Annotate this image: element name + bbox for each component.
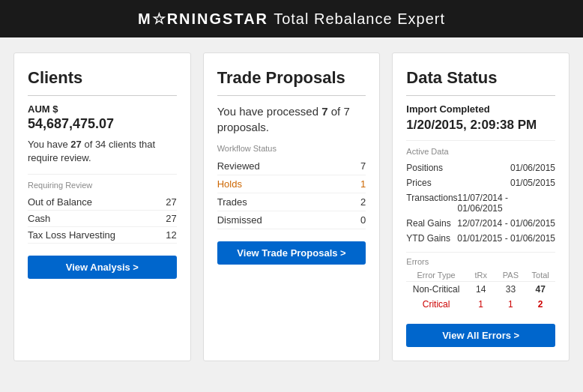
trade-row-holds: Holds 1: [217, 175, 366, 193]
client-row-out-of-balance: Out of Balance 27: [28, 194, 177, 211]
client-row-cash: Cash 27: [28, 211, 177, 227]
requiring-label: Requiring Review: [28, 174, 177, 190]
view-all-errors-button[interactable]: View All Errors >: [406, 324, 555, 347]
client-row-tax-loss: Tax Loss Harvesting 12: [28, 227, 177, 244]
error-trx: 1: [466, 299, 496, 310]
trade-row-value: 0: [360, 214, 366, 226]
errors-header-type: Error Type: [406, 271, 465, 280]
data-row-real-gains: Real Gains 12/07/2014 - 01/06/2015: [406, 216, 555, 231]
import-label: Import Completed: [406, 103, 555, 115]
data-row-prices: Prices 01/05/2015: [406, 175, 555, 190]
trade-row-value: 7: [360, 160, 366, 172]
errors-header-pas: PAS: [496, 271, 526, 280]
view-analysis-button[interactable]: View Analysis >: [28, 256, 177, 279]
error-type: Critical: [406, 299, 465, 310]
clients-description: You have 27 of 34 clients that require r…: [28, 138, 177, 165]
clients-card-title: Clients: [28, 68, 177, 96]
data-row-value: 01/05/2015: [510, 178, 555, 188]
data-row-label: Real Gains: [406, 218, 450, 229]
trade-row-label: Trades: [217, 196, 247, 208]
trade-proposals-card-title: Trade Proposals: [217, 68, 366, 96]
app-title: M☆RNINGSTAR Total Rebalance Expert: [138, 9, 445, 28]
trade-row-label: Reviewed: [217, 160, 260, 172]
error-total: 47: [525, 284, 555, 295]
trade-row-reviewed: Reviewed 7: [217, 157, 366, 175]
error-pas: 33: [496, 284, 526, 295]
client-row-value: 12: [166, 229, 176, 241]
data-row-value: 12/07/2014 - 01/06/2015: [457, 218, 555, 229]
error-type: Non-Critical: [406, 284, 465, 295]
trade-row-value: 2: [360, 196, 366, 208]
client-row-label: Cash: [28, 213, 50, 224]
data-row-ytd-gains: YTD Gains 01/01/2015 - 01/06/2015: [406, 231, 555, 246]
main-content: Clients AUM $ 54,687,475.07 You have 27 …: [0, 37, 583, 376]
data-row-label: Prices: [406, 178, 431, 188]
data-status-card-title: Data Status: [406, 68, 555, 96]
data-row-positions: Positions 01/06/2015: [406, 160, 555, 175]
view-trade-proposals-button[interactable]: View Trade Proposals >: [217, 241, 366, 265]
trade-processed-bold: 7: [321, 105, 327, 118]
client-row-value: 27: [166, 213, 176, 224]
aum-value: 54,687,475.07: [28, 116, 177, 132]
trade-proposals-card: Trade Proposals You have processed 7 of …: [203, 52, 381, 361]
active-data-label: Active Data: [406, 140, 555, 156]
error-row-non-critical: Non-Critical 14 33 47: [406, 282, 555, 297]
data-row-value: 01/01/2015 - 01/06/2015: [457, 233, 555, 244]
clients-desc-prefix: You have: [28, 139, 70, 150]
data-row-label: YTD Gains: [406, 233, 450, 244]
trade-row-label: Dismissed: [217, 214, 262, 226]
data-status-card: Data Status Import Completed 1/20/2015, …: [392, 52, 570, 361]
data-row-value: 11/07/2014 - 01/06/2015: [458, 193, 555, 214]
error-pas: 1: [496, 299, 526, 310]
data-row-transactions: Transactions 11/07/2014 - 01/06/2015: [406, 190, 555, 216]
client-row-label: Tax Loss Harvesting: [28, 229, 115, 241]
data-row-label: Positions: [406, 163, 443, 173]
errors-label: Errors: [406, 252, 555, 266]
clients-count-bold: 27: [70, 139, 81, 150]
trade-row-dismissed: Dismissed 0: [217, 211, 366, 229]
clients-card: Clients AUM $ 54,687,475.07 You have 27 …: [13, 52, 191, 361]
trade-row-value: 1: [360, 178, 366, 190]
data-row-label: Transactions: [406, 193, 457, 214]
trade-row-trades: Trades 2: [217, 193, 366, 211]
trade-desc-prefix: You have processed: [217, 105, 322, 118]
data-row-value: 01/06/2015: [510, 163, 555, 173]
errors-header-trx: tRx: [466, 271, 496, 280]
client-row-label: Out of Balance: [28, 196, 92, 208]
workflow-label: Workflow Status: [217, 144, 366, 153]
errors-header-total: Total: [525, 271, 555, 280]
brand-name: M☆RNINGSTAR: [138, 10, 268, 27]
trade-row-label: Holds: [217, 178, 242, 190]
app-subtitle: Total Rebalance Expert: [274, 10, 445, 27]
error-total: 2: [525, 299, 555, 310]
import-date: 1/20/2015, 2:09:38 PM: [406, 118, 555, 133]
aum-label: AUM $: [28, 103, 177, 115]
client-row-value: 27: [166, 196, 176, 208]
error-trx: 14: [466, 284, 496, 295]
error-row-critical: Critical 1 1 2: [406, 297, 555, 312]
errors-header: Error Type tRx PAS Total: [406, 269, 555, 282]
trade-proposals-description: You have processed 7 of 7 proposals.: [217, 103, 366, 135]
app-header: M☆RNINGSTAR Total Rebalance Expert: [0, 0, 583, 37]
